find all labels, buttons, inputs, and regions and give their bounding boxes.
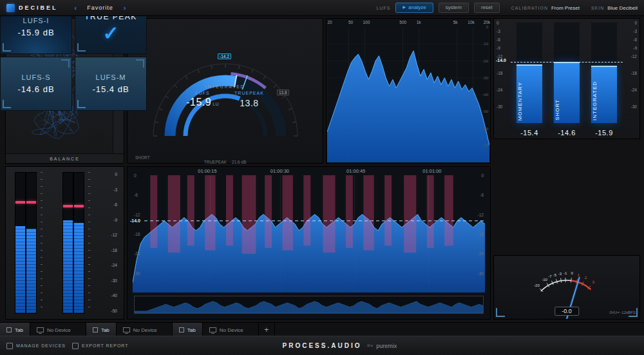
- peak-hold-mark: [15, 201, 25, 204]
- analyze-button[interactable]: ▶ analyze: [395, 3, 433, 13]
- arc-footer: SHORT TRUEPEAK 21.6 dB: [135, 155, 315, 160]
- tick-label: -20: [482, 59, 488, 63]
- skin-label: SKIN: [591, 6, 604, 10]
- system-button[interactable]: system: [439, 3, 469, 13]
- device-selector-3[interactable]: No Device: [203, 323, 258, 337]
- meter-fill: [15, 226, 25, 313]
- svg-text:3: 3: [592, 280, 595, 284]
- level-meters-panel: 0-3-6-9-12-18-24-30-40-50: [5, 166, 124, 320]
- svg-text:-10: -10: [542, 278, 547, 282]
- tick-label: 0: [481, 173, 484, 178]
- device-selector-2[interactable]: No Device: [117, 323, 172, 337]
- svg-text:-7: -7: [548, 274, 552, 278]
- tab-icon: [6, 327, 12, 332]
- short-bar: SHORT: [554, 23, 580, 123]
- tick-label: 0: [497, 21, 499, 25]
- preset-prev-button[interactable]: ‹: [75, 5, 77, 12]
- tick-label: -24: [134, 251, 140, 256]
- tick-label: -50: [482, 110, 488, 113]
- device-3-label: No Device: [220, 327, 243, 333]
- tick-label: -18: [478, 232, 484, 236]
- tick-label: -9: [497, 46, 500, 50]
- manage-devices-button[interactable]: MANAGE DEVICES: [6, 343, 66, 349]
- tick-label: -70: [482, 144, 488, 148]
- tick-label: -9: [633, 46, 637, 50]
- tick-label: 100: [363, 20, 370, 24]
- calibration-label: CALIBRATION: [511, 6, 548, 10]
- tick-label: -3: [633, 29, 637, 34]
- tick-label: 01:01:00: [422, 168, 441, 174]
- tick-label: -30: [134, 271, 140, 276]
- monitor-icon: [37, 327, 44, 332]
- tick-label: -6: [497, 37, 500, 42]
- target-marker-badge: -14.2: [218, 53, 231, 59]
- manage-devices-label: MANAGE DEVICES: [16, 343, 66, 348]
- puremix-label: puremix: [376, 343, 397, 349]
- tab-3-label: Tab: [187, 327, 196, 333]
- tick-label: -10: [482, 42, 488, 46]
- svg-text:-1: -1: [564, 271, 567, 275]
- reset-button[interactable]: reset: [474, 3, 500, 13]
- truepeak-label: TRUEPEAK: [234, 91, 264, 95]
- calibration-value: From Preset: [551, 5, 580, 11]
- loudness-history-panel: 01:00:1501:00:3001:00:4501:01:00 0-6-12-…: [127, 166, 491, 320]
- svg-text:-20: -20: [534, 283, 540, 287]
- lufs-m-tile[interactable]: LUFS-M -15.4 dB: [75, 57, 147, 111]
- svg-text:1: 1: [578, 273, 580, 277]
- preset-next-button[interactable]: ›: [124, 5, 126, 12]
- tab-1-label: Tab: [15, 327, 23, 333]
- meter-bar-left-l: [15, 172, 26, 314]
- tick-label: -30: [478, 271, 484, 276]
- frequency-axis: 20501005001k5k10k20k: [327, 19, 490, 26]
- history-navigator[interactable]: [134, 296, 484, 314]
- history-target-label: -14.0: [129, 218, 142, 223]
- lufs-s-label: LUFS-S: [21, 73, 50, 81]
- devices-icon: [6, 343, 13, 349]
- meter-scale-dashes: [88, 172, 90, 314]
- process-audio-brand: PROCESS.AUDIO: [283, 342, 362, 349]
- tick-label: -12: [631, 54, 637, 59]
- decibel-logo-icon: [6, 4, 15, 12]
- decibel-plugin-window: DECIBEL ‹ Favorite › LUFS ▶ analyze syst…: [0, 0, 644, 355]
- tick-label: -30: [111, 278, 117, 283]
- integrated-value: -15.9: [590, 129, 618, 137]
- device-selector-1[interactable]: No Device: [30, 323, 86, 337]
- play-icon: ▶: [402, 5, 406, 10]
- spectrum-plot: 0-10-20-30-40-50-60-70: [327, 27, 489, 162]
- vu-calibration-note: 0VU= -12dBFS: [609, 311, 636, 314]
- meter-fill: [26, 229, 36, 313]
- tab-1[interactable]: Tab: [0, 323, 30, 337]
- top-bar-controls: LUFS ▶ analyze system reset CALIBRATION …: [377, 3, 644, 13]
- preset-name[interactable]: Favorite: [87, 5, 113, 11]
- footer-truepeak-label: TRUEPEAK: [204, 160, 227, 164]
- svg-text:0: 0: [571, 271, 573, 275]
- tick-label: -24: [631, 88, 637, 92]
- tick-label: 01:00:15: [198, 168, 216, 174]
- export-report-button[interactable]: EXPORT REPORT: [72, 343, 129, 349]
- peak-hold-mark: [74, 205, 84, 207]
- calibration-setting[interactable]: CALIBRATION From Preset: [511, 5, 580, 11]
- lufs-mode-label: LUFS: [377, 6, 391, 10]
- balance-strip: BALANCE: [6, 153, 124, 163]
- lufs-s-tile[interactable]: LUFS-S -14.6 dB: [0, 57, 72, 111]
- preset-selector: ‹ Favorite ›: [75, 5, 126, 12]
- peak-hold-mark: [63, 205, 73, 207]
- lufs-s-value: -14.6 dB: [17, 84, 54, 94]
- tick-label: 0: [486, 25, 488, 29]
- tick-label: 0: [115, 172, 117, 177]
- lufs-value: -15.9: [186, 97, 211, 108]
- tick-label: -30: [482, 76, 488, 80]
- tab-3[interactable]: Tab: [173, 323, 203, 337]
- tab-group-1: Tab No Device: [0, 323, 86, 337]
- tab-2[interactable]: Tab: [86, 323, 117, 337]
- momentary-bar: MOMENTARY: [516, 23, 542, 123]
- momentary-value: -15.4: [515, 129, 544, 137]
- momentary-label: MOMENTARY: [517, 82, 523, 120]
- tick-label: -40: [111, 293, 117, 298]
- skin-setting[interactable]: SKIN Blue Decibell: [591, 5, 638, 11]
- add-tab-button[interactable]: +: [259, 323, 275, 337]
- tick-label: 10k: [468, 20, 474, 24]
- truepeak-value: 13.8: [240, 98, 258, 108]
- short-value: -14.6: [553, 129, 581, 137]
- tick-label: 20k: [484, 20, 490, 24]
